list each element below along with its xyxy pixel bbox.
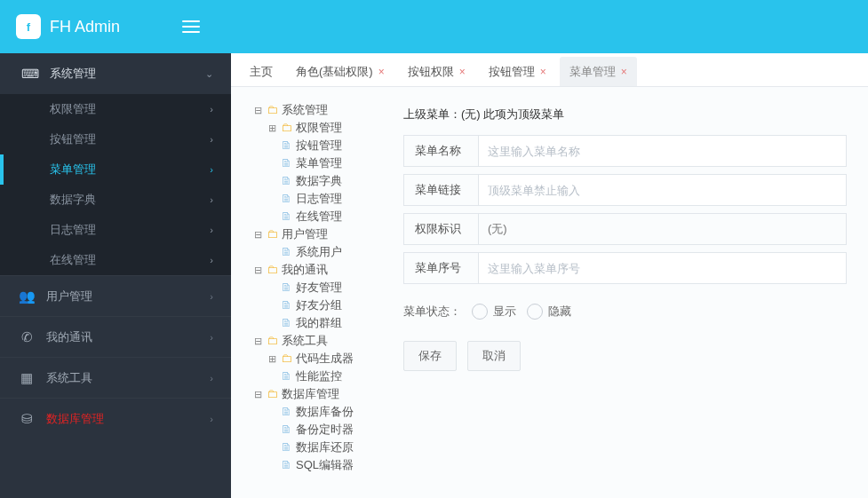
- tab-2[interactable]: 按钮权限×: [398, 57, 475, 86]
- file-icon: 🗎: [281, 190, 292, 208]
- tab-4[interactable]: 菜单管理×: [560, 57, 637, 86]
- tree-node[interactable]: ⊟🗀我的通讯: [252, 261, 371, 279]
- toggle-icon[interactable]: ⊟: [252, 261, 263, 279]
- file-icon: 🗎: [281, 368, 292, 385]
- tab-1[interactable]: 角色(基础权限)×: [286, 57, 394, 86]
- tree-node-label: 日志管理: [296, 190, 342, 208]
- toggle-icon[interactable]: ⊟: [252, 385, 263, 403]
- sidebar-item-2[interactable]: 菜单管理›: [0, 154, 231, 185]
- toggle-icon[interactable]: ⊞: [267, 350, 277, 368]
- tab-label: 菜单管理: [569, 64, 616, 80]
- tree-node[interactable]: 🗎数据库还原: [267, 439, 371, 456]
- close-icon[interactable]: ×: [540, 67, 546, 77]
- tree-node[interactable]: ⊟🗀用户管理: [252, 225, 371, 243]
- row-menu-order: 菜单序号: [403, 252, 847, 284]
- label-menu-order: 菜单序号: [404, 253, 479, 283]
- save-button[interactable]: 保存: [403, 341, 457, 371]
- sidebar-item-数据库管理[interactable]: ⛁数据库管理›: [0, 398, 231, 439]
- toggle-icon[interactable]: ⊟: [252, 332, 263, 350]
- folder-icon: 🗀: [267, 225, 278, 243]
- tree-node[interactable]: ⊟🗀系统工具: [252, 332, 371, 350]
- file-icon: 🗎: [281, 439, 292, 456]
- sidebar-icon: ⛁: [18, 411, 36, 427]
- sidebar-item-用户管理[interactable]: 👥用户管理›: [0, 275, 231, 316]
- cancel-button[interactable]: 取消: [467, 341, 521, 371]
- toggle-icon[interactable]: ⊟: [252, 225, 263, 243]
- folder-icon: 🗀: [281, 119, 292, 137]
- tree-node[interactable]: 🗎我的群组: [267, 314, 371, 332]
- tab-3[interactable]: 按钮管理×: [479, 57, 556, 86]
- close-icon[interactable]: ×: [378, 67, 385, 77]
- sidebar-item-label: 数据字典: [50, 192, 96, 208]
- input-menu-url[interactable]: [479, 175, 846, 205]
- sidebar-item-label: 按钮管理: [50, 131, 96, 147]
- tree-node[interactable]: 🗎系统用户: [267, 243, 371, 261]
- tree-node-label: 备份定时器: [296, 421, 354, 439]
- tree-node[interactable]: 🗎备份定时器: [267, 421, 371, 439]
- tree-node[interactable]: ⊞🗀代码生成器: [267, 350, 371, 368]
- menu-form: 上级菜单：(无) 此项为顶级菜单 菜单名称 菜单链接 权限标识 (无) 菜单序号: [371, 101, 861, 498]
- tab-0[interactable]: 主页: [240, 57, 283, 86]
- chevron-right-icon: ›: [210, 225, 213, 235]
- radio-show[interactable]: [472, 304, 488, 320]
- input-menu-name[interactable]: [479, 136, 846, 166]
- radio-show-label: 显示: [493, 304, 516, 320]
- tree-node-label: 数据库管理: [282, 385, 339, 403]
- content: 主页角色(基础权限)×按钮权限×按钮管理×菜单管理× ⊟🗀系统管理⊞🗀权限管理🗎…: [231, 53, 868, 498]
- toggle-icon[interactable]: ⊞: [267, 119, 277, 137]
- tree-node[interactable]: ⊟🗀系统管理: [252, 101, 371, 119]
- label-menu-url: 菜单链接: [404, 175, 479, 205]
- tree-node[interactable]: 🗎SQL编辑器: [267, 456, 371, 474]
- radio-hide[interactable]: [527, 304, 543, 320]
- sidebar-item-5[interactable]: 在线管理›: [0, 245, 231, 275]
- tree-node-label: 数据库备份: [296, 403, 354, 421]
- tree-node-label: 系统管理: [282, 101, 328, 119]
- value-menu-perm[interactable]: (无): [479, 221, 846, 237]
- tab-label: 主页: [250, 64, 273, 80]
- sidebar-item-label: 用户管理: [46, 289, 92, 304]
- tree-node-label: 权限管理: [296, 119, 342, 137]
- sidebar-item-0[interactable]: 权限管理›: [0, 94, 231, 124]
- sidebar-item-label: 日志管理: [50, 222, 96, 238]
- sidebar-group-label: 系统管理: [50, 66, 205, 82]
- tab-label: 按钮权限: [408, 64, 454, 80]
- tree-node-label: SQL编辑器: [296, 456, 354, 474]
- tree-node-label: 我的群组: [296, 314, 342, 332]
- sidebar-item-我的通讯[interactable]: ✆我的通讯›: [0, 316, 231, 357]
- folder-icon: 🗀: [267, 261, 278, 279]
- sidebar-item-4[interactable]: 日志管理›: [0, 215, 231, 245]
- toggle-icon[interactable]: ⊟: [252, 101, 263, 119]
- tree-node[interactable]: 🗎在线管理: [267, 208, 371, 225]
- tree-node-label: 菜单管理: [296, 154, 342, 172]
- close-icon[interactable]: ×: [459, 67, 466, 77]
- menu-toggle-icon[interactable]: [182, 17, 200, 36]
- sidebar-group-0[interactable]: ⌨系统管理⌄: [0, 53, 231, 94]
- tree-node-label: 用户管理: [282, 225, 328, 243]
- close-icon[interactable]: ×: [621, 67, 627, 77]
- tree-node[interactable]: 🗎按钮管理: [267, 137, 371, 154]
- tree-node-label: 好友管理: [296, 279, 342, 296]
- tree-node-label: 按钮管理: [296, 137, 342, 154]
- tree-node[interactable]: ⊟🗀数据库管理: [252, 385, 371, 403]
- sidebar-icon: ✆: [18, 329, 36, 345]
- tree-node[interactable]: 🗎数据字典: [267, 172, 371, 190]
- menu-tree: ⊟🗀系统管理⊞🗀权限管理🗎按钮管理🗎菜单管理🗎数据字典🗎日志管理🗎在线管理⊟🗀用…: [238, 101, 371, 498]
- tree-node[interactable]: 🗎好友管理: [267, 279, 371, 296]
- tree-node[interactable]: 🗎性能监控: [267, 368, 371, 385]
- sidebar-item-label: 我的通讯: [46, 329, 92, 345]
- input-menu-order[interactable]: [479, 253, 846, 283]
- tree-node[interactable]: 🗎日志管理: [267, 190, 371, 208]
- tree-node[interactable]: 🗎数据库备份: [267, 403, 371, 421]
- chevron-right-icon: ›: [210, 414, 213, 424]
- tree-node[interactable]: 🗎好友分组: [267, 296, 371, 314]
- sidebar-item-3[interactable]: 数据字典›: [0, 185, 231, 215]
- sidebar-item-系统工具[interactable]: ▦系统工具›: [0, 357, 231, 398]
- file-icon: 🗎: [281, 208, 292, 225]
- sidebar-item-label: 菜单管理: [50, 162, 96, 178]
- chevron-right-icon: ›: [210, 291, 213, 302]
- sidebar-item-1[interactable]: 按钮管理›: [0, 124, 231, 154]
- tab-label: 角色(基础权限): [296, 64, 373, 80]
- tree-node[interactable]: ⊞🗀权限管理: [267, 119, 371, 137]
- row-menu-status: 菜单状态： 显示 隐藏: [403, 291, 847, 332]
- tree-node[interactable]: 🗎菜单管理: [267, 154, 371, 172]
